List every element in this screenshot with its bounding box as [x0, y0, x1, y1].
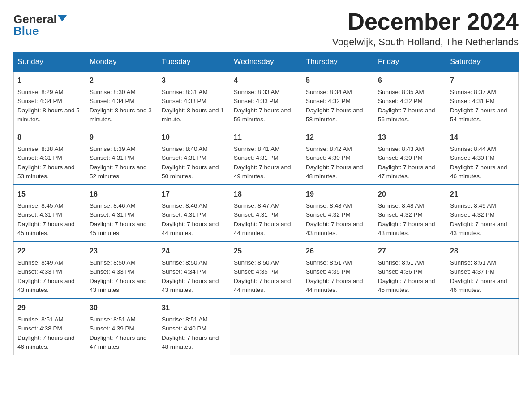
sunrise-text: Sunrise: 8:48 AM — [306, 201, 370, 210]
calendar-cell: 5Sunrise: 8:34 AMSunset: 4:32 PMDaylight… — [302, 71, 374, 128]
day-number: 25 — [234, 246, 298, 257]
location-title: Vogelwijk, South Holland, The Netherland… — [332, 36, 519, 48]
calendar-cell: 16Sunrise: 8:46 AMSunset: 4:31 PMDayligh… — [86, 185, 158, 242]
day-number: 1 — [17, 75, 82, 86]
title-block: December 2024 Vogelwijk, South Holland, … — [332, 9, 519, 48]
day-number: 29 — [17, 303, 82, 313]
sunset-text: Sunset: 4:33 PM — [17, 267, 82, 276]
day-number: 21 — [450, 189, 515, 200]
logo-triangle-icon — [58, 15, 67, 21]
calendar-cell: 9Sunrise: 8:39 AMSunset: 4:31 PMDaylight… — [86, 128, 158, 185]
daylight-text: Daylight: 7 hours and 46 minutes. — [17, 334, 82, 352]
daylight-text: Daylight: 7 hours and 46 minutes. — [450, 163, 515, 181]
sunrise-text: Sunrise: 8:46 AM — [90, 201, 154, 210]
sunrise-text: Sunrise: 8:50 AM — [162, 258, 226, 267]
day-number: 27 — [378, 246, 442, 257]
calendar-week-row: 8Sunrise: 8:38 AMSunset: 4:31 PMDaylight… — [14, 128, 519, 185]
daylight-text: Daylight: 7 hours and 50 minutes. — [162, 163, 226, 181]
sunset-text: Sunset: 4:32 PM — [378, 97, 442, 106]
sunrise-text: Sunrise: 8:51 AM — [90, 315, 154, 324]
sunset-text: Sunset: 4:36 PM — [378, 267, 442, 276]
day-number: 22 — [17, 246, 82, 257]
daylight-text: Daylight: 7 hours and 43 minutes. — [17, 277, 82, 295]
logo: General Blue — [13, 13, 67, 37]
sunset-text: Sunset: 4:31 PM — [450, 97, 515, 106]
weekday-header-thursday: Thursday — [302, 53, 374, 72]
sunset-text: Sunset: 4:31 PM — [162, 210, 226, 219]
calendar-cell: 28Sunrise: 8:51 AMSunset: 4:37 PMDayligh… — [446, 242, 519, 299]
sunrise-text: Sunrise: 8:30 AM — [90, 88, 154, 97]
sunrise-text: Sunrise: 8:31 AM — [162, 88, 226, 97]
daylight-text: Daylight: 8 hours and 5 minutes. — [17, 106, 82, 124]
day-number: 10 — [162, 132, 226, 143]
calendar-cell: 4Sunrise: 8:33 AMSunset: 4:33 PMDaylight… — [230, 71, 302, 128]
calendar-cell: 30Sunrise: 8:51 AMSunset: 4:39 PMDayligh… — [86, 299, 158, 355]
sunrise-text: Sunrise: 8:50 AM — [234, 258, 298, 267]
sunrise-text: Sunrise: 8:35 AM — [378, 88, 442, 97]
calendar-cell: 13Sunrise: 8:43 AMSunset: 4:30 PMDayligh… — [374, 128, 446, 185]
sunrise-text: Sunrise: 8:38 AM — [17, 145, 82, 154]
day-number: 13 — [378, 132, 442, 143]
sunset-text: Sunset: 4:31 PM — [17, 210, 82, 219]
daylight-text: Daylight: 7 hours and 45 minutes. — [17, 220, 82, 238]
sunrise-text: Sunrise: 8:51 AM — [306, 258, 370, 267]
sunrise-text: Sunrise: 8:51 AM — [378, 258, 442, 267]
daylight-text: Daylight: 7 hours and 48 minutes. — [306, 163, 370, 181]
calendar-cell: 15Sunrise: 8:45 AMSunset: 4:31 PMDayligh… — [14, 185, 86, 242]
day-number: 31 — [162, 303, 226, 313]
daylight-text: Daylight: 7 hours and 45 minutes. — [378, 277, 442, 295]
calendar-cell: 31Sunrise: 8:51 AMSunset: 4:40 PMDayligh… — [158, 299, 230, 355]
calendar-cell: 7Sunrise: 8:37 AMSunset: 4:31 PMDaylight… — [446, 71, 519, 128]
daylight-text: Daylight: 7 hours and 43 minutes. — [450, 220, 515, 238]
sunset-text: Sunset: 4:33 PM — [162, 97, 226, 106]
calendar-cell: 27Sunrise: 8:51 AMSunset: 4:36 PMDayligh… — [374, 242, 446, 299]
day-number: 4 — [234, 75, 298, 86]
calendar-cell: 26Sunrise: 8:51 AMSunset: 4:35 PMDayligh… — [302, 242, 374, 299]
weekday-header-friday: Friday — [374, 53, 446, 72]
day-number: 16 — [90, 189, 154, 200]
sunrise-text: Sunrise: 8:45 AM — [17, 201, 82, 210]
daylight-text: Daylight: 7 hours and 44 minutes. — [162, 220, 226, 238]
calendar-cell: 6Sunrise: 8:35 AMSunset: 4:32 PMDaylight… — [374, 71, 446, 128]
daylight-text: Daylight: 7 hours and 44 minutes. — [234, 277, 298, 295]
weekday-header-tuesday: Tuesday — [158, 53, 230, 72]
sunrise-text: Sunrise: 8:40 AM — [162, 145, 226, 154]
sunset-text: Sunset: 4:38 PM — [17, 324, 82, 333]
sunset-text: Sunset: 4:34 PM — [17, 97, 82, 106]
sunset-text: Sunset: 4:34 PM — [162, 267, 226, 276]
day-number: 12 — [306, 132, 370, 143]
day-number: 14 — [450, 132, 515, 143]
sunset-text: Sunset: 4:31 PM — [90, 154, 154, 163]
daylight-text: Daylight: 8 hours and 3 minutes. — [90, 106, 154, 124]
sunset-text: Sunset: 4:32 PM — [306, 97, 370, 106]
calendar-cell: 19Sunrise: 8:48 AMSunset: 4:32 PMDayligh… — [302, 185, 374, 242]
day-number: 8 — [17, 132, 82, 143]
sunrise-text: Sunrise: 8:43 AM — [378, 145, 442, 154]
day-number: 20 — [378, 189, 442, 200]
sunset-text: Sunset: 4:32 PM — [378, 210, 442, 219]
sunrise-text: Sunrise: 8:29 AM — [17, 88, 82, 97]
sunset-text: Sunset: 4:31 PM — [90, 210, 154, 219]
calendar-cell: 25Sunrise: 8:50 AMSunset: 4:35 PMDayligh… — [230, 242, 302, 299]
day-number: 24 — [162, 246, 226, 257]
sunrise-text: Sunrise: 8:34 AM — [306, 88, 370, 97]
daylight-text: Daylight: 7 hours and 53 minutes. — [17, 163, 82, 181]
daylight-text: Daylight: 7 hours and 59 minutes. — [234, 106, 298, 124]
daylight-text: Daylight: 7 hours and 46 minutes. — [450, 277, 515, 295]
calendar-cell: 24Sunrise: 8:50 AMSunset: 4:34 PMDayligh… — [158, 242, 230, 299]
sunrise-text: Sunrise: 8:42 AM — [306, 145, 370, 154]
daylight-text: Daylight: 7 hours and 52 minutes. — [90, 163, 154, 181]
sunset-text: Sunset: 4:31 PM — [162, 154, 226, 163]
sunrise-text: Sunrise: 8:47 AM — [234, 201, 298, 210]
logo-blue: Blue — [13, 24, 39, 38]
sunrise-text: Sunrise: 8:39 AM — [90, 145, 154, 154]
day-number: 19 — [306, 189, 370, 200]
calendar-cell: 12Sunrise: 8:42 AMSunset: 4:30 PMDayligh… — [302, 128, 374, 185]
calendar-cell: 2Sunrise: 8:30 AMSunset: 4:34 PMDaylight… — [86, 71, 158, 128]
calendar-cell: 21Sunrise: 8:49 AMSunset: 4:32 PMDayligh… — [446, 185, 519, 242]
daylight-text: Daylight: 7 hours and 49 minutes. — [234, 163, 298, 181]
calendar-cell — [230, 299, 302, 355]
sunset-text: Sunset: 4:32 PM — [450, 210, 515, 219]
calendar-table: SundayMondayTuesdayWednesdayThursdayFrid… — [13, 52, 519, 355]
daylight-text: Daylight: 7 hours and 43 minutes. — [162, 277, 226, 295]
